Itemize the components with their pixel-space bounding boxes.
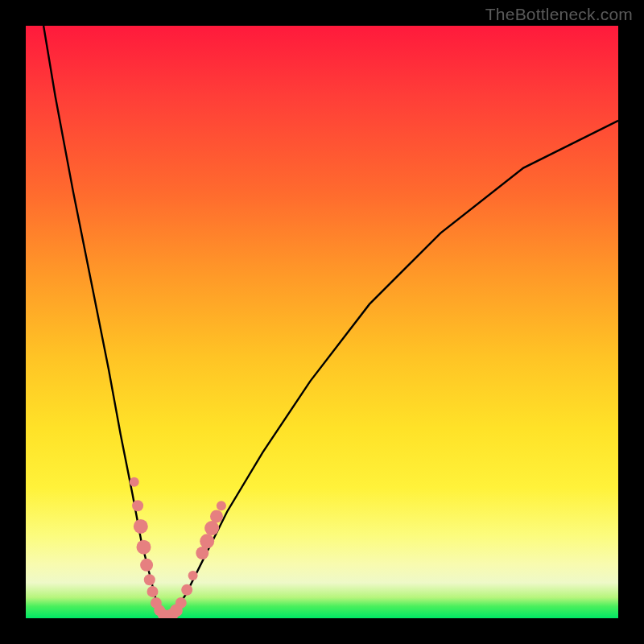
- marker-dot: [200, 534, 214, 548]
- marker-dot: [188, 571, 198, 580]
- marker-dot: [137, 540, 151, 555]
- marker-group: [130, 477, 226, 618]
- marker-dot: [175, 597, 187, 609]
- watermark-text: TheBottleneck.com: [485, 5, 633, 24]
- chart-svg: [26, 26, 618, 618]
- marker-dot: [147, 586, 159, 597]
- marker-dot: [181, 584, 192, 596]
- marker-dot: [130, 477, 139, 487]
- chart-frame: TheBottleneck.com: [0, 0, 644, 644]
- marker-dot: [196, 547, 208, 559]
- marker-dot: [217, 501, 226, 510]
- marker-dot: [204, 521, 219, 535]
- marker-dot: [144, 574, 155, 585]
- marker-dot: [132, 500, 143, 511]
- chart-plot-area: [26, 26, 618, 618]
- marker-dot: [140, 559, 153, 572]
- marker-dot: [134, 519, 148, 534]
- bottleneck-curve: [43, 26, 618, 615]
- marker-dot: [210, 510, 223, 522]
